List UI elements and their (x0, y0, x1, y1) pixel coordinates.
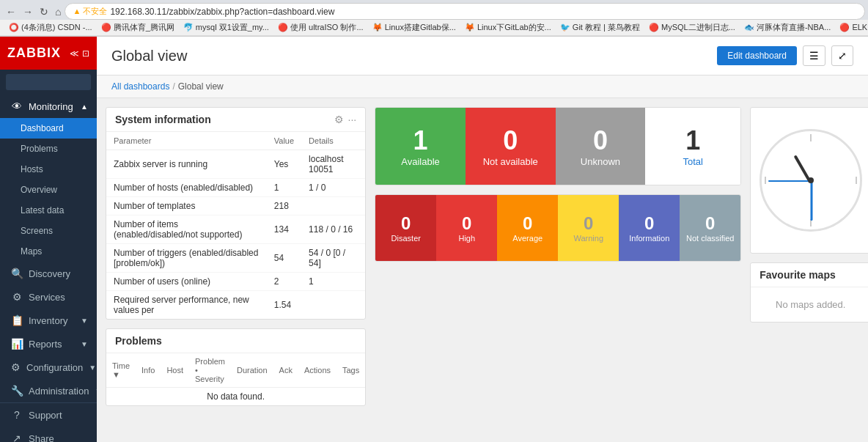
col-value: Value (267, 132, 301, 150)
bookmark-1[interactable]: 🔴 腾讯体育_腾讯网 (98, 21, 177, 34)
second-hand (768, 180, 811, 182)
table-row: Number of templates 218 (106, 197, 365, 216)
right-panel: Favourite maps No maps added. (750, 107, 868, 433)
sidebar-item-reports[interactable]: 📊 Reports ▼ (0, 332, 97, 356)
sidebar-services-label: Services (29, 292, 65, 303)
collapse-icon[interactable]: ≪ (70, 48, 79, 59)
warning-count: 0 (584, 213, 593, 234)
system-info-title: System information (115, 114, 211, 125)
security-warning: ▲ 不安全 (73, 6, 107, 17)
main-header: Global view Edit dashboard ☰ ⤢ (97, 37, 868, 75)
high-count: 0 (462, 213, 471, 234)
sidebar-item-services[interactable]: ⚙ Services (0, 285, 97, 309)
no-data-message: No data found. (106, 388, 365, 406)
sidebar-sub-screens[interactable]: Screens (0, 221, 97, 241)
avail-available: 1 Available (375, 108, 466, 185)
dashboard-content: System information ⚙ ··· Parameter Value… (97, 98, 868, 442)
avail-unknown: 0 Unknown (556, 108, 646, 185)
bookmark-5[interactable]: 🦊 Linux下GitLab的安... (462, 21, 554, 34)
bookmark-7[interactable]: 🔴 MySQL二进制日志... (646, 21, 738, 34)
clock-widget (750, 107, 868, 254)
sidebar-sub-dashboard[interactable]: Dashboard (0, 118, 97, 139)
details-cell (301, 291, 365, 320)
home-button[interactable]: ⌂ (52, 4, 64, 19)
bookmark-4[interactable]: 🦊 Linux搭建Gitlab保... (369, 21, 459, 34)
value-cell: 1 (267, 179, 301, 197)
system-info-header: System information ⚙ ··· (106, 108, 365, 132)
services-icon: ⚙ (11, 291, 23, 303)
col-time[interactable]: Time ▼ (106, 353, 136, 388)
sidebar-configuration-label: Configuration (26, 362, 83, 373)
forward-button[interactable]: → (20, 4, 36, 19)
high-label: High (458, 234, 475, 243)
unknown-count: 0 (593, 125, 608, 156)
sidebar-item-administration[interactable]: 🔧 Administration ▼ (0, 379, 97, 402)
bookmark-8[interactable]: 🐟 河豚体育直播-NBA... (741, 21, 834, 34)
sidebar-item-discovery[interactable]: 🔍 Discovery (0, 262, 97, 285)
not-available-count: 0 (503, 125, 518, 156)
configuration-icon: ⚙ (11, 361, 21, 373)
col-ack: Ack (273, 353, 298, 388)
sidebar-search (0, 70, 97, 95)
sidebar-inventory-label: Inventory (29, 315, 67, 326)
avail-not-available: 0 Not available (466, 108, 556, 185)
param-cell: Number of users (online) (106, 273, 267, 291)
details-cell: 54 / 0 [0 / 54] (301, 244, 365, 273)
sidebar-monitoring-label: Monitoring (29, 101, 73, 112)
severity-disaster: 0 Disaster (375, 195, 436, 261)
gear-icon[interactable]: ⚙ (334, 114, 344, 125)
param-cell: Number of hosts (enabled/disabled) (106, 179, 267, 197)
address-bar[interactable]: ▲ 不安全 192.168.30.11/zabbix/zabbix.php?ac… (65, 3, 865, 20)
problems-table: Time ▼ Info Host Problem • Severity Dura… (106, 353, 365, 405)
details-cell (301, 197, 365, 216)
fullscreen-button[interactable]: ⤢ (831, 45, 853, 66)
sidebar-bottom: ? Support ↗ Share ? Help (0, 402, 97, 442)
reload-button[interactable]: ↻ (37, 4, 51, 19)
window-icon[interactable]: ⊡ (82, 48, 89, 59)
logo-icons: ≪ ⊡ (70, 48, 89, 59)
details-cell: 1 / 0 (301, 179, 365, 197)
back-button[interactable]: ← (3, 4, 19, 19)
search-input[interactable] (6, 74, 91, 90)
breadcrumb: All dashboards / Global view (97, 75, 868, 98)
sidebar-item-inventory[interactable]: 📋 Inventory ▼ (0, 309, 97, 332)
not-classified-count: 0 (705, 213, 715, 234)
sidebar-discovery-label: Discovery (29, 268, 70, 279)
bookmark-0[interactable]: ⭕ (4条消息) CSDN -... (6, 21, 95, 34)
sidebar-sub-latest-data[interactable]: Latest data (0, 200, 97, 221)
bookmark-6[interactable]: 🐦 Git 教程 | 菜鸟教程 (557, 21, 643, 34)
breadcrumb-all-dashboards[interactable]: All dashboards (111, 81, 169, 92)
support-icon: ? (11, 409, 23, 421)
dots-icon[interactable]: ··· (348, 114, 357, 125)
available-count: 1 (413, 125, 428, 156)
sidebar-item-configuration[interactable]: ⚙ Configuration ▼ (0, 356, 97, 379)
header-actions: Edit dashboard ☰ ⤢ (717, 45, 853, 66)
col-problem: Problem • Severity (189, 353, 231, 388)
sidebar-item-share[interactable]: ↗ Share (0, 427, 97, 442)
col-details: Details (301, 132, 365, 150)
fav-maps-content: No maps added. (751, 287, 868, 322)
not-classified-label: Not classified (686, 234, 734, 243)
bookmark-2[interactable]: 🐬 mysql 双1设置_my... (180, 21, 272, 34)
sidebar-sub-maps[interactable]: Maps (0, 241, 97, 262)
monitoring-icon: 👁 (11, 100, 23, 112)
sidebar-item-monitoring[interactable]: 👁 Monitoring ▲ (0, 95, 97, 118)
sidebar-sub-hosts[interactable]: Hosts (0, 159, 97, 180)
table-row: Zabbix server is running Yes localhost 1… (106, 150, 365, 179)
problems-header: Problems (106, 329, 365, 353)
edit-dashboard-button[interactable]: Edit dashboard (717, 46, 797, 65)
bookmark-9[interactable]: 🔴 ELK 系列十：elasti... (836, 21, 868, 34)
host-avail-top: 1 Available 0 Not available 0 Unknown (375, 108, 740, 185)
logo-text: ZABBIX (7, 45, 61, 61)
disaster-count: 0 (401, 213, 411, 234)
bookmark-3[interactable]: 🔴 使用 ultraISO 制作... (275, 21, 367, 34)
param-cell: Required server performance, new values … (106, 291, 267, 320)
table-row: Required server performance, new values … (106, 291, 365, 320)
sidebar-item-support[interactable]: ? Support (0, 403, 97, 427)
system-info-widget: System information ⚙ ··· Parameter Value… (106, 107, 366, 320)
param-cell: Number of templates (106, 197, 267, 216)
list-view-button[interactable]: ☰ (803, 45, 825, 66)
table-row: Number of users (online) 2 1 (106, 273, 365, 291)
sidebar-sub-overview[interactable]: Overview (0, 180, 97, 200)
sidebar-sub-problems[interactable]: Problems (0, 139, 97, 159)
